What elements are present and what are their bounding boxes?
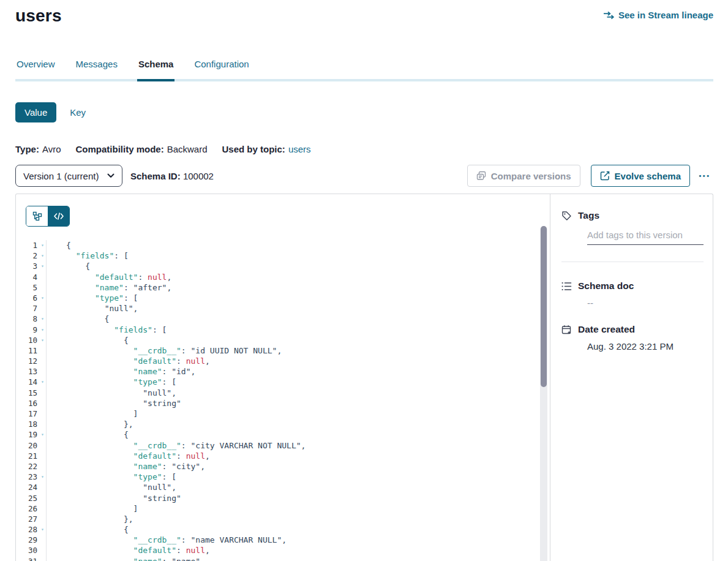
date-created-value: Aug. 3 2022 3:21 PM — [587, 341, 704, 352]
line-number: 15 — [16, 388, 39, 398]
line-number: 16 — [16, 398, 39, 409]
chevron-down-icon — [107, 173, 114, 178]
sidebar-divider — [561, 262, 704, 262]
fold-arrow-icon[interactable]: ▾ — [39, 314, 46, 324]
code-line: 2▾ "fields": [ — [16, 250, 550, 261]
tags-input[interactable] — [587, 230, 704, 245]
key-tab-button[interactable]: Key — [70, 107, 86, 118]
tab-configuration[interactable]: Configuration — [193, 55, 250, 81]
code-line: 6▾ "type": [ — [16, 293, 550, 303]
schema-meta: Type: Avro Compatibility mode: Backward … — [15, 144, 713, 154]
fold-arrow-icon[interactable]: ▾ — [39, 524, 46, 535]
code-text: ] — [46, 503, 138, 514]
editor-scrollbar-thumb[interactable] — [541, 226, 547, 387]
code-line: 19▾ { — [16, 429, 550, 440]
line-number: 24 — [16, 482, 39, 492]
topic-link[interactable]: users — [288, 144, 311, 154]
fold-arrow-icon[interactable]: ▾ — [39, 250, 46, 261]
code-line: 17 ] — [16, 409, 550, 419]
line-number: 12 — [16, 356, 39, 366]
line-number: 8 — [16, 314, 39, 324]
editor-view-toggle — [26, 206, 70, 227]
page-header: users See in Stream lineage — [15, 0, 713, 36]
compare-versions-button[interactable]: Compare versions — [467, 165, 580, 187]
line-number: 1 — [16, 240, 39, 250]
fold-arrow-empty — [39, 493, 46, 503]
see-in-stream-lineage-link[interactable]: See in Stream lineage — [603, 10, 713, 20]
list-icon — [561, 282, 572, 291]
code-line: 14▾ "type": [ — [16, 377, 550, 387]
gutter-divider — [46, 240, 47, 561]
code-line: 7 "null", — [16, 303, 550, 314]
fold-arrow-icon[interactable]: ▾ — [39, 293, 46, 303]
code-text: { — [46, 335, 129, 345]
code-text: { — [46, 429, 129, 440]
line-number: 23 — [16, 472, 39, 482]
tags-heading-row: Tags — [561, 210, 704, 221]
schema-page: users See in Stream lineage OverviewMess… — [0, 0, 728, 561]
fold-arrow-empty — [39, 482, 46, 492]
line-number: 17 — [16, 409, 39, 419]
evolve-schema-label: Evolve schema — [615, 171, 681, 181]
fold-arrow-empty — [39, 545, 46, 555]
date-created-heading: Date created — [578, 324, 635, 335]
code-line: 5 "name": "after", — [16, 282, 550, 293]
code-text: ] — [46, 409, 138, 419]
schema-doc-heading-row: Schema doc — [561, 280, 704, 292]
code-line: 10▾ { — [16, 335, 550, 345]
code-text: "string" — [46, 493, 181, 503]
fold-arrow-icon[interactable]: ▾ — [39, 325, 46, 335]
code-line: 27 }, — [16, 514, 550, 524]
fold-arrow-icon[interactable]: ▾ — [39, 240, 46, 250]
fold-arrow-empty — [39, 419, 46, 429]
stream-lineage-icon — [603, 11, 614, 20]
code-text: "fields": [ — [46, 250, 129, 261]
code-line: 24 "null", — [16, 482, 550, 492]
code-text: { — [46, 314, 109, 324]
code-line: 28▾ { — [16, 524, 550, 535]
tab-schema[interactable]: Schema — [137, 55, 175, 81]
tags-heading: Tags — [578, 210, 599, 221]
compatibility-label: Compatibility mode: — [75, 144, 163, 154]
fold-arrow-icon[interactable]: ▾ — [39, 472, 46, 482]
fold-arrow-icon[interactable]: ▾ — [39, 335, 46, 345]
value-tab-button[interactable]: Value — [15, 102, 56, 122]
code-view-button[interactable] — [48, 206, 69, 226]
schema-code-editor[interactable]: 1▾{2▾ "fields": [3▾ {4 "default": null,5… — [16, 240, 550, 561]
more-actions-button[interactable]: ••• — [696, 172, 713, 179]
code-line: 11 "__crdb__": "id UUID NOT NULL", — [16, 345, 550, 356]
fold-arrow-empty — [39, 451, 46, 461]
fold-arrow-empty — [39, 514, 46, 524]
line-number: 28 — [16, 524, 39, 535]
tab-overview[interactable]: Overview — [15, 55, 56, 81]
code-line: 20 "__crdb__": "city VARCHAR NOT NULL", — [16, 440, 550, 451]
fold-arrow-icon[interactable]: ▾ — [39, 429, 46, 440]
tree-view-button[interactable] — [26, 206, 48, 226]
fold-arrow-icon[interactable]: ▾ — [39, 261, 46, 271]
tab-messages[interactable]: Messages — [75, 55, 119, 81]
calendar-plus-icon — [561, 325, 572, 335]
code-text: "name": "after", — [46, 282, 171, 293]
line-number: 30 — [16, 545, 39, 555]
fold-arrow-empty — [39, 303, 46, 314]
version-select[interactable]: Version 1 (current) — [15, 165, 122, 187]
value-key-toggle: Value Key — [15, 102, 713, 122]
fold-arrow-icon[interactable]: ▾ — [39, 377, 46, 387]
compare-versions-label: Compare versions — [491, 171, 571, 181]
editor-scrollbar[interactable] — [540, 226, 547, 561]
controls-row: Version 1 (current) Schema ID: 100002 Co… — [15, 165, 713, 187]
schema-sidebar: Tags Schema doc -- — [550, 194, 713, 561]
code-line: 22 "name": "city", — [16, 461, 550, 472]
tree-view-icon — [32, 211, 42, 221]
versions-icon — [476, 171, 486, 181]
date-created-heading-row: Date created — [561, 324, 704, 335]
evolve-schema-button[interactable]: Evolve schema — [591, 165, 690, 187]
code-text: "name": "city", — [46, 461, 205, 472]
fold-arrow-empty — [39, 503, 46, 514]
line-number: 13 — [16, 366, 39, 377]
fold-arrow-empty — [39, 272, 46, 282]
code-text: "null", — [46, 482, 176, 492]
code-line: 8▾ { — [16, 314, 550, 324]
code-line: 12 "default": null, — [16, 356, 550, 366]
line-number: 9 — [16, 325, 39, 335]
